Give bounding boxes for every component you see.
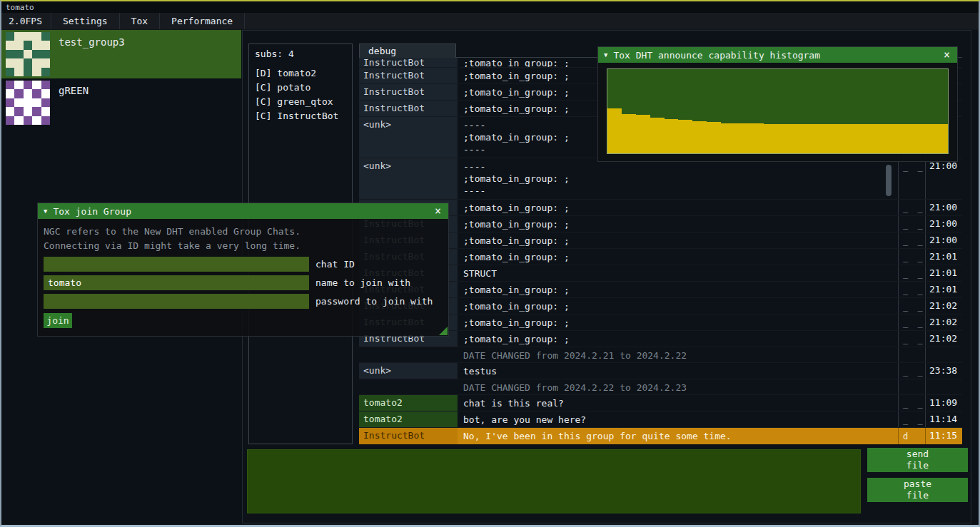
histogram-bar [622, 114, 636, 153]
message-row[interactable]: InstructBot;tomato_in_group: ;_ _21:00 [359, 200, 962, 216]
collapse-arrow-icon[interactable]: ▼ [604, 51, 607, 58]
message-row[interactable]: InstructBot;tomato_in_group: ;_ _21:02 [359, 298, 962, 314]
message-status: d [898, 428, 925, 444]
message-text: ;tomato_in_group: ; [458, 298, 898, 314]
chat-id-input[interactable] [44, 257, 309, 272]
message-text: ;tomato_in_group: ; [458, 314, 898, 330]
message-text: testus [458, 363, 898, 379]
message-status: _ _ [898, 200, 925, 215]
member-item[interactable]: [D] tomato2 [255, 66, 346, 81]
message-text: ;tomato_in_group: ; [458, 331, 898, 347]
message-status: _ _ [898, 314, 925, 330]
message-time: 21:02 [925, 314, 962, 330]
histogram-title: Tox DHT announce capability histogram [613, 50, 936, 61]
menu-items: SettingsToxPerformance [51, 13, 245, 29]
histogram-bar [820, 124, 834, 153]
histogram-plot [607, 68, 949, 154]
date-separator-row[interactable]: DATE CHANGED from 2024.2.21 to 2024.2.22 [359, 347, 962, 363]
message-text: bot, are you new here? [458, 411, 898, 427]
message-author: tomato2 [359, 395, 458, 411]
contact-item-test_group3[interactable]: test_group3 [1, 30, 241, 78]
message-author: InstructBot [359, 428, 458, 444]
message-text: No, I've been in this group for quite so… [458, 428, 898, 444]
join-password-label: password to join with [315, 296, 433, 307]
message-row[interactable]: tomato2bot, are you new here?_ _11:14 [359, 411, 962, 428]
message-status: _ _ [898, 265, 925, 281]
close-icon[interactable]: × [942, 50, 951, 61]
menubar: 2.0FPS SettingsToxPerformance [1, 13, 979, 30]
tab-label: debug [368, 46, 396, 56]
member-item[interactable]: [C] InstructBot [255, 109, 346, 123]
message-time: 11:09 [925, 395, 962, 411]
fps-counter: 2.0FPS [1, 13, 51, 29]
ngc-info-line-2: Connecting via ID might take a very long… [44, 239, 443, 253]
message-status: _ _ [898, 216, 925, 232]
paste-file-button[interactable]: paste file [867, 478, 968, 502]
message-time: 11:14 [925, 411, 962, 427]
histogram-bar [735, 123, 749, 153]
menu-item-performance[interactable]: Performance [160, 13, 245, 29]
collapse-arrow-icon[interactable]: ▼ [44, 208, 47, 215]
message-text: ---- ;tomato_in_group: ; ---- [458, 158, 898, 199]
message-text: STRUCT [458, 265, 898, 281]
contact-item-gREEN[interactable]: gREEN [1, 78, 241, 127]
menu-item-settings[interactable]: Settings [51, 13, 120, 29]
message-status: _ _ [898, 298, 925, 314]
histogram-bar [806, 124, 820, 153]
message-row[interactable]: InstructBot;tomato_in_group: ;_ _21:01 [359, 282, 962, 298]
join-password-input[interactable] [44, 294, 309, 309]
resize-grip-icon[interactable] [439, 327, 448, 335]
message-status: _ _ [898, 232, 925, 248]
message-time [925, 379, 962, 394]
message-time: 21:01 [925, 282, 962, 297]
message-row[interactable]: InstructBot;tomato_in_group: ;_ _21:01 [359, 249, 962, 265]
join-name-input[interactable] [44, 275, 309, 290]
message-time: 21:00 [925, 216, 962, 232]
message-status: _ _ [898, 395, 925, 411]
message-status [898, 347, 925, 362]
message-row[interactable]: <unk>testus_ _23:38 [359, 363, 962, 379]
histogram-titlebar[interactable]: ▼ Tox DHT announce capability histogram … [598, 47, 957, 63]
chat-scrollbar-thumb[interactable] [886, 165, 891, 196]
join-dialog-titlebar[interactable]: ▼ Tox join Group × [38, 203, 448, 219]
message-row[interactable]: InstructBot;tomato_in_group: ;_ _21:02 [359, 314, 962, 331]
histogram-bar [891, 124, 906, 153]
member-list: [D] tomato2[C] potato[C] green_qtox[C] I… [255, 66, 346, 123]
window-title: tomato [6, 3, 34, 12]
histogram-bar [778, 124, 792, 153]
message-time: 21:00 [925, 200, 962, 215]
message-time: 21:01 [925, 249, 962, 265]
date-separator-row[interactable]: DATE CHANGED from 2024.2.22 to 2024.2.23 [359, 379, 962, 395]
message-status: _ _ [898, 363, 925, 379]
message-row[interactable]: InstructBotSTRUCT_ _21:01 [359, 265, 962, 282]
contact-name: gREEN [59, 85, 89, 96]
histogram-bar [650, 118, 665, 153]
message-text: ;tomato_in_group: ; [458, 216, 898, 232]
message-row[interactable]: InstructBot;tomato_in_group: ;_ _21:00 [359, 232, 962, 249]
date-changed-text: DATE CHANGED from 2024.2.22 to 2024.2.23 [458, 379, 898, 394]
message-row[interactable]: <unk>---- ;tomato_in_group: ; ----_ _21:… [359, 158, 962, 200]
join-button[interactable]: join [44, 313, 72, 328]
member-item[interactable]: [C] potato [255, 81, 346, 95]
message-row[interactable]: InstructBot;tomato_in_group: ;_ _21:02 [359, 331, 962, 347]
join-dialog-title: Tox join Group [53, 206, 428, 217]
subs-count-label: subs: 4 [255, 48, 346, 59]
message-text: ;tomato_in_group: ; [458, 232, 898, 248]
send-file-button[interactable]: send file [867, 448, 968, 472]
close-icon[interactable]: × [433, 206, 443, 217]
message-status: _ _ [898, 411, 925, 427]
message-input[interactable] [247, 449, 861, 513]
message-row[interactable]: tomato2chat is this real?_ _11:09 [359, 395, 962, 411]
message-text: ;tomato_in_group: ; [458, 282, 898, 297]
tab-debug[interactable]: debug [359, 44, 456, 58]
message-time: 21:00 [925, 158, 962, 199]
message-row[interactable]: InstructBot;tomato_in_group: ;_ _21:00 [359, 216, 962, 232]
histogram-bar [863, 124, 877, 153]
message-author: InstructBot [359, 58, 458, 67]
message-author [359, 379, 458, 394]
message-row[interactable]: InstructBotNo, I've been in this group f… [359, 428, 962, 444]
menu-item-tox[interactable]: Tox [120, 13, 160, 29]
member-item[interactable]: [C] green_qtox [255, 95, 346, 109]
histogram-bar [607, 108, 622, 153]
message-time: 23:38 [925, 363, 962, 379]
